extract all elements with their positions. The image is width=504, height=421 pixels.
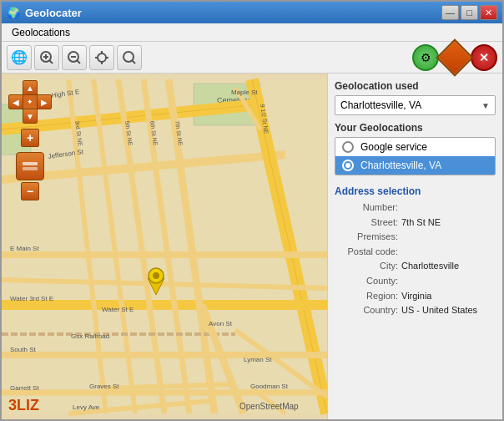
addr-country-val: US - United States	[401, 303, 477, 318]
address-number-row: Number:	[335, 200, 496, 216]
address-postal-row: Postal code:	[335, 245, 496, 260]
pan-center-button[interactable]: ✦	[23, 94, 38, 109]
addr-postal-key: Postal code:	[335, 245, 401, 260]
svg-text:Maple St: Maple St	[231, 89, 258, 96]
svg-point-62	[153, 272, 159, 279]
diamond-button[interactable]	[436, 38, 473, 76]
zoom-in-map-button[interactable]: +	[21, 129, 39, 147]
radio-google	[342, 141, 354, 153]
title-bar-left: 🌍 Geolocater	[7, 7, 82, 19]
addr-city-val: Charlottesville	[401, 259, 459, 274]
pan-down-button[interactable]: ▼	[23, 109, 38, 124]
map-layer-button[interactable]	[16, 152, 44, 180]
address-country-row: Country: US - United States	[335, 303, 496, 318]
addr-premises-key: Premises:	[335, 230, 401, 245]
svg-text:Gsx Railroad: Gsx Railroad	[71, 332, 109, 340]
svg-text:OpenStreetMap: OpenStreetMap	[239, 402, 299, 411]
address-street-row: Street: 7th St NE	[335, 216, 496, 231]
svg-line-13	[132, 60, 135, 63]
search-button[interactable]	[117, 45, 142, 70]
geo-item-google[interactable]: Google service	[335, 138, 495, 156]
svg-line-1	[49, 60, 53, 63]
geo-item-charlottesville[interactable]: Charlottesville, VA	[335, 156, 495, 175]
window-icon: 🌍	[7, 7, 20, 19]
globe-button[interactable]: 🌐	[7, 45, 32, 70]
pan-right-button[interactable]: ▶	[37, 94, 52, 109]
title-bar: 🌍 Geolocater — □ ✕	[2, 2, 502, 23]
svg-line-5	[77, 60, 80, 63]
address-section: Address selection Number: Street: 7th St…	[335, 185, 496, 318]
svg-text:Water St E: Water St E	[102, 306, 134, 313]
svg-text:South St: South St	[10, 346, 36, 353]
toolbar-left: 🌐	[7, 45, 142, 70]
crosshair-button[interactable]	[89, 45, 114, 70]
content-area: Cemetery Park	[2, 74, 502, 419]
svg-text:Levy Ave: Levy Ave	[73, 403, 100, 411]
geolocation-dropdown-value: Charlottesville, VA	[340, 99, 421, 111]
your-geolocations-label: Your Geolocations	[335, 122, 496, 134]
svg-text:Lyman St: Lyman St	[244, 356, 272, 363]
close-button[interactable]: ✕	[480, 5, 497, 20]
addr-street-val: 7th St NE	[401, 216, 441, 231]
radio-charlottesville	[342, 160, 354, 171]
svg-rect-65	[23, 167, 38, 170]
addr-region-val: Virginia	[401, 289, 432, 304]
zoom-in-button[interactable]	[34, 45, 59, 70]
toolbar: 🌐 ⚙ ✕	[2, 42, 502, 74]
menu-bar: Geolocations	[2, 23, 502, 42]
radio-inner-charlottesville	[345, 163, 350, 168]
geolocations-list: Google service Charlottesville, VA	[335, 137, 496, 175]
main-window: 🌍 Geolocater — □ ✕ Geolocations 🌐	[0, 0, 504, 421]
svg-text:Graves St: Graves St	[89, 383, 119, 390]
maximize-button[interactable]: □	[461, 5, 478, 20]
svg-rect-64	[23, 162, 38, 165]
geolocation-dropdown[interactable]: Charlottesville, VA ▼	[335, 95, 496, 115]
nav-cross: ▲ ▼ ◀ ▶ ✦	[8, 80, 52, 124]
map-container[interactable]: Cemetery Park	[2, 74, 327, 419]
right-panel: Geolocation used Charlottesville, VA ▼ Y…	[327, 74, 502, 419]
pan-up-button[interactable]: ▲	[23, 80, 38, 95]
radio-inner-google	[345, 145, 350, 150]
address-premises-row: Premises:	[335, 230, 496, 245]
pan-left-button[interactable]: ◀	[8, 94, 23, 109]
svg-point-7	[98, 53, 106, 62]
3liz-logo: 3LIZ	[8, 397, 39, 414]
addr-country-key: Country:	[335, 303, 401, 318]
address-city-row: City: Charlottesville	[335, 259, 496, 274]
toolbar-right: ⚙ ✕	[412, 44, 497, 71]
geo-label-google: Google service	[360, 141, 427, 153]
addr-number-key: Number:	[335, 200, 401, 216]
zoom-out-map-button[interactable]: −	[21, 182, 39, 200]
addr-city-key: City:	[335, 259, 401, 274]
your-geolocations-section: Your Geolocations Google service Charlot…	[335, 122, 496, 175]
dropdown-arrow-icon: ▼	[481, 101, 490, 110]
minimize-button[interactable]: —	[441, 5, 459, 20]
map-zoom-controls: ▲ ▼ ◀ ▶ ✦ + −	[8, 80, 52, 200]
window-title: Geolocater	[25, 7, 82, 19]
address-county-row: County:	[335, 274, 496, 289]
geolocation-used-section: Geolocation used Charlottesville, VA ▼	[335, 80, 496, 115]
addr-region-key: Region:	[335, 289, 401, 304]
menu-item-geolocations[interactable]: Geolocations	[5, 25, 77, 40]
zoom-out-button[interactable]	[62, 45, 87, 70]
svg-text:Avon St: Avon St	[209, 320, 233, 327]
cancel-circle-button[interactable]: ✕	[471, 44, 497, 71]
svg-text:Garrett St: Garrett St	[10, 384, 39, 392]
svg-text:Goodman St: Goodman St	[250, 383, 289, 390]
svg-text:E Main St: E Main St	[10, 245, 39, 252]
address-section-label: Address selection	[335, 185, 496, 197]
geo-label-charlottesville: Charlottesville, VA	[360, 160, 441, 171]
address-region-row: Region: Virginia	[335, 289, 496, 304]
addr-street-key: Street:	[335, 216, 401, 231]
geolocation-used-label: Geolocation used	[335, 80, 496, 92]
addr-county-key: County:	[335, 274, 401, 289]
svg-text:Water 3rd St E: Water 3rd St E	[10, 295, 53, 302]
title-controls: — □ ✕	[441, 5, 497, 20]
